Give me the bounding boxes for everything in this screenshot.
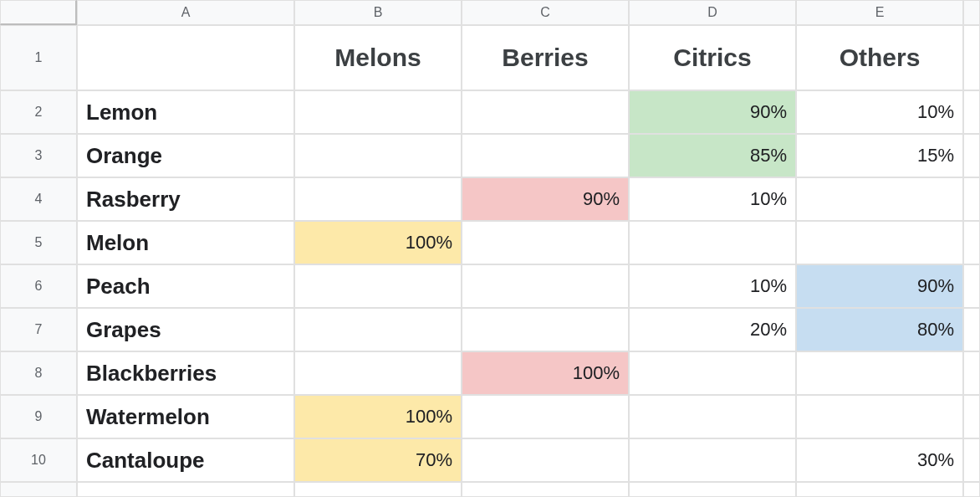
cell-D-overflow — [629, 482, 796, 497]
cell-D10[interactable] — [629, 438, 796, 482]
cell-E-overflow — [796, 482, 963, 497]
col-header-overflow — [963, 0, 980, 25]
cell-D3[interactable]: 85% — [629, 134, 796, 177]
cell-D9[interactable] — [629, 395, 796, 438]
cell-E1[interactable]: Others — [796, 25, 963, 90]
cell-C6[interactable] — [462, 264, 629, 308]
cell-overflow-8 — [963, 351, 980, 395]
cell-overflow-10 — [963, 438, 980, 482]
cell-overflow-6 — [963, 264, 980, 308]
row-header-4[interactable]: 4 — [0, 177, 77, 221]
cell-C3[interactable] — [462, 134, 629, 177]
cell-D6[interactable]: 10% — [629, 264, 796, 308]
cell-E3[interactable]: 15% — [796, 134, 963, 177]
cell-C9[interactable] — [462, 395, 629, 438]
row-header-5[interactable]: 5 — [0, 221, 77, 264]
cell-C-overflow — [462, 482, 629, 497]
cell-A3[interactable]: Orange — [77, 134, 294, 177]
cell-overflow-4 — [963, 177, 980, 221]
cell-B10[interactable]: 70% — [294, 438, 462, 482]
row-header-2[interactable]: 2 — [0, 90, 77, 134]
cell-A-overflow — [77, 482, 294, 497]
cell-D5[interactable] — [629, 221, 796, 264]
cell-D4[interactable]: 10% — [629, 177, 796, 221]
cell-B2[interactable] — [294, 90, 462, 134]
cell-A6[interactable]: Peach — [77, 264, 294, 308]
cell-E7[interactable]: 80% — [796, 308, 963, 351]
cell-A8[interactable]: Blackberries — [77, 351, 294, 395]
row-header-1[interactable]: 1 — [0, 25, 77, 90]
cell-E10[interactable]: 30% — [796, 438, 963, 482]
cell-B7[interactable] — [294, 308, 462, 351]
cell-E2[interactable]: 10% — [796, 90, 963, 134]
col-header-A[interactable]: A — [77, 0, 294, 25]
cell-A1[interactable] — [77, 25, 294, 90]
col-header-C[interactable]: C — [462, 0, 629, 25]
cell-C1[interactable]: Berries — [462, 25, 629, 90]
cell-overflow-7 — [963, 308, 980, 351]
cell-E4[interactable] — [796, 177, 963, 221]
row-header-10[interactable]: 10 — [0, 438, 77, 482]
cell-overflow-2 — [963, 90, 980, 134]
row-header-overflow — [0, 482, 77, 497]
row-header-8[interactable]: 8 — [0, 351, 77, 395]
cell-C5[interactable] — [462, 221, 629, 264]
cell-D1[interactable]: Citrics — [629, 25, 796, 90]
cell-B3[interactable] — [294, 134, 462, 177]
cell-A7[interactable]: Grapes — [77, 308, 294, 351]
cell-E9[interactable] — [796, 395, 963, 438]
cell-D7[interactable]: 20% — [629, 308, 796, 351]
cell-B6[interactable] — [294, 264, 462, 308]
spreadsheet-grid[interactable]: A B C D E 1 Melons Berries Citrics Other… — [0, 0, 980, 497]
cell-E8[interactable] — [796, 351, 963, 395]
select-all-corner[interactable] — [0, 0, 77, 25]
cell-B8[interactable] — [294, 351, 462, 395]
cell-C8[interactable]: 100% — [462, 351, 629, 395]
cell-C10[interactable] — [462, 438, 629, 482]
cell-D2[interactable]: 90% — [629, 90, 796, 134]
col-header-D[interactable]: D — [629, 0, 796, 25]
cell-overflow-overflow — [963, 482, 980, 497]
cell-C4[interactable]: 90% — [462, 177, 629, 221]
cell-A9[interactable]: Watermelon — [77, 395, 294, 438]
cell-B5[interactable]: 100% — [294, 221, 462, 264]
cell-overflow-9 — [963, 395, 980, 438]
cell-A10[interactable]: Cantaloupe — [77, 438, 294, 482]
row-header-9[interactable]: 9 — [0, 395, 77, 438]
row-header-3[interactable]: 3 — [0, 134, 77, 177]
col-header-E[interactable]: E — [796, 0, 963, 25]
cell-B-overflow — [294, 482, 462, 497]
cell-overflow-5 — [963, 221, 980, 264]
cell-B1[interactable]: Melons — [294, 25, 462, 90]
cell-E6[interactable]: 90% — [796, 264, 963, 308]
row-header-7[interactable]: 7 — [0, 308, 77, 351]
cell-A2[interactable]: Lemon — [77, 90, 294, 134]
cell-D8[interactable] — [629, 351, 796, 395]
cell-A4[interactable]: Rasberry — [77, 177, 294, 221]
cell-B9[interactable]: 100% — [294, 395, 462, 438]
col-header-B[interactable]: B — [294, 0, 462, 25]
cell-C2[interactable] — [462, 90, 629, 134]
row-header-6[interactable]: 6 — [0, 264, 77, 308]
cell-E5[interactable] — [796, 221, 963, 264]
cell-B4[interactable] — [294, 177, 462, 221]
cell-overflow-3 — [963, 134, 980, 177]
cell-overflow-1 — [963, 25, 980, 90]
cell-A5[interactable]: Melon — [77, 221, 294, 264]
cell-C7[interactable] — [462, 308, 629, 351]
